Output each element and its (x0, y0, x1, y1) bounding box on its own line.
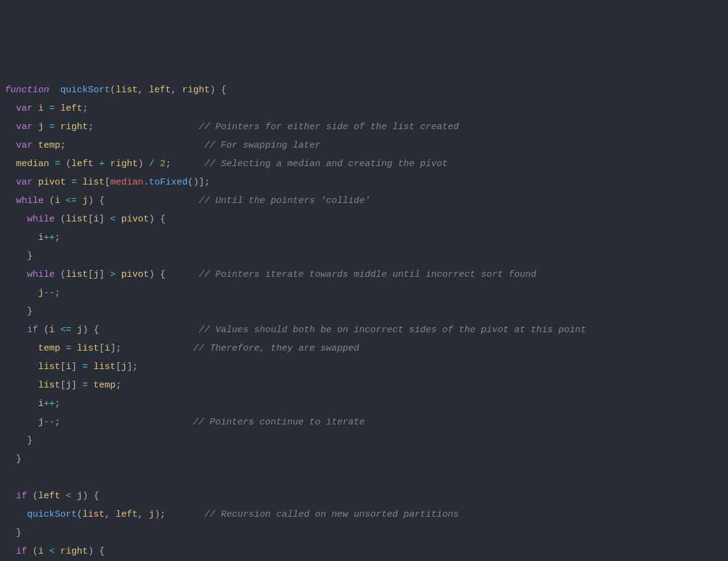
code-token: ]; (110, 343, 193, 354)
code-line[interactable]: j--; (5, 284, 723, 303)
code-token: ]; (127, 362, 138, 372)
code-token: } (5, 251, 33, 261)
code-token: , (171, 85, 182, 95)
code-line[interactable]: i++; (5, 229, 723, 247)
code-token: i (105, 343, 110, 354)
code-token: [ (99, 343, 105, 354)
code-token: right (182, 85, 210, 95)
code-token: quickSort (27, 509, 77, 520)
code-token (55, 546, 60, 557)
code-token: = (49, 122, 55, 132)
code-line[interactable]: while (i <= j) { // Until the pointers '… (5, 192, 723, 210)
code-token: } (5, 528, 22, 538)
code-line[interactable]: i++; (5, 395, 723, 413)
code-token: <= (66, 196, 77, 206)
code-token: = (82, 380, 88, 391)
code-token: list (77, 343, 99, 354)
code-token: ) { (149, 269, 199, 280)
code-token (5, 546, 16, 557)
code-token: if (27, 325, 38, 335)
code-line[interactable]: var pivot = list[median.toFixed()]; (5, 173, 723, 192)
code-token: ) { (149, 214, 165, 225)
code-token: = (71, 177, 77, 188)
code-token: ) { (88, 196, 199, 206)
code-token: pivot (38, 177, 66, 188)
code-token: . (143, 177, 149, 188)
code-token (5, 417, 38, 428)
code-line[interactable]: } (5, 524, 723, 543)
code-line[interactable]: while (list[i] < pivot) { (5, 210, 723, 229)
code-line[interactable]: } (5, 303, 723, 321)
code-token (88, 362, 93, 372)
code-token: list (38, 380, 60, 391)
code-token: < (66, 491, 71, 501)
code-token: ; (165, 159, 204, 169)
code-line[interactable]: if (i <= j) { // Values should both be o… (5, 321, 723, 340)
code-token: if (16, 546, 27, 557)
code-line[interactable]: } (5, 432, 723, 450)
code-line[interactable]: var i = left; (5, 100, 723, 118)
code-token: temp (93, 380, 116, 391)
code-token: ()]; (188, 177, 210, 188)
code-token: var (16, 122, 33, 132)
code-token: left (149, 85, 171, 95)
code-token: ) { (82, 491, 99, 501)
code-token: i (93, 214, 99, 225)
code-token: // Values should both be on incorrect si… (199, 325, 586, 335)
code-token: list (116, 85, 138, 95)
code-token: / (149, 159, 154, 169)
code-token: j (93, 269, 99, 280)
code-token (60, 196, 66, 206)
code-line[interactable]: if (left < j) { (5, 487, 723, 506)
code-line[interactable]: quickSort(list, left, j); // Recursion c… (5, 506, 723, 524)
code-line[interactable]: var j = right; // Pointers for either si… (5, 118, 723, 137)
code-token: temp (38, 343, 60, 354)
code-token: ( (27, 491, 38, 501)
code-token: = (55, 159, 60, 169)
code-token: ( (55, 214, 66, 225)
code-line[interactable] (5, 469, 723, 487)
code-line[interactable]: list[j] = temp; (5, 376, 723, 395)
code-line[interactable]: median = (left + right) / 2; // Selectin… (5, 155, 723, 173)
code-line[interactable]: while (list[j] > pivot) { // Pointers it… (5, 266, 723, 284)
code-token: list (82, 509, 105, 520)
code-token (49, 85, 60, 95)
code-token: median (16, 159, 49, 169)
code-token (93, 159, 99, 169)
code-token (116, 214, 121, 225)
code-token (77, 177, 82, 188)
code-token: ; (60, 140, 204, 151)
code-token (5, 491, 16, 501)
code-token: function (5, 85, 49, 95)
code-line[interactable]: function quickSort(list, left, right) { (5, 81, 723, 100)
code-line[interactable]: temp = list[i]; // Therefore, they are s… (5, 340, 723, 358)
code-token: // Pointers for either side of the list … (199, 122, 459, 132)
code-token: ( (77, 509, 82, 520)
code-editor[interactable]: function quickSort(list, left, right) { … (5, 81, 723, 561)
code-token: list (93, 362, 116, 372)
code-token: [ (116, 362, 121, 372)
code-line[interactable]: list[i] = list[j]; (5, 358, 723, 376)
code-token: , (138, 85, 149, 95)
code-token (5, 380, 38, 391)
code-token (55, 122, 60, 132)
code-token: ) (138, 159, 149, 169)
code-line[interactable]: } (5, 247, 723, 266)
code-line[interactable]: } (5, 450, 723, 469)
code-token: right (60, 546, 88, 557)
code-line[interactable]: var temp; // For swapping later (5, 137, 723, 155)
code-token: right (110, 159, 138, 169)
code-token: // For swapping later (204, 140, 320, 151)
code-token (71, 343, 77, 354)
code-token: = (49, 103, 55, 114)
code-token: } (5, 436, 33, 446)
code-line[interactable]: if (i < right) { (5, 543, 723, 561)
code-token: // Until the pointers 'collide' (199, 196, 370, 206)
code-token: while (27, 214, 55, 225)
code-token: ) { (210, 85, 226, 95)
code-token: j (149, 509, 154, 520)
code-token: list (38, 362, 60, 372)
code-token (5, 140, 16, 151)
code-token: } (5, 306, 33, 317)
code-line[interactable]: j--; // Pointers continue to iterate (5, 413, 723, 432)
